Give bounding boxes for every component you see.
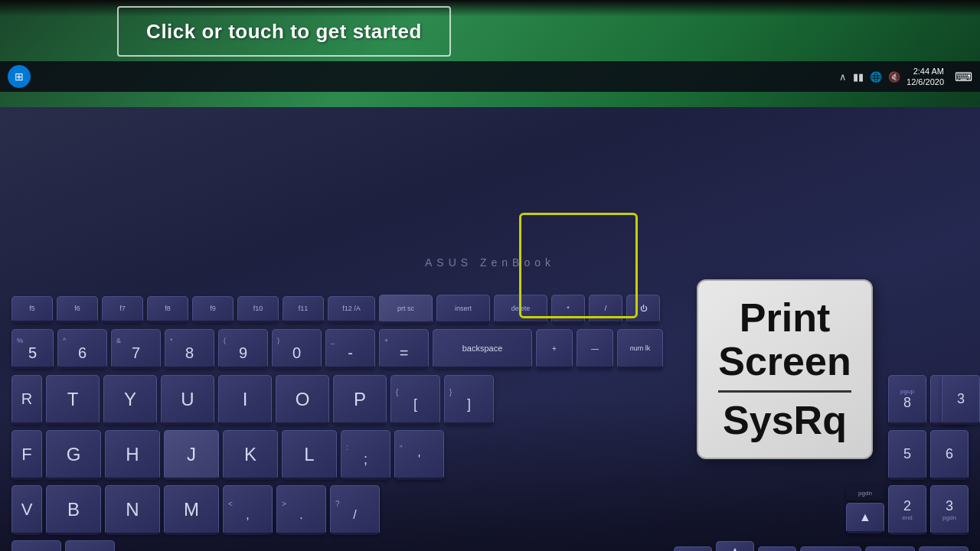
- key-k[interactable]: K: [223, 430, 278, 480]
- key-numpad-plus[interactable]: +: [536, 329, 573, 369]
- key-p[interactable]: P: [333, 375, 387, 425]
- key-percent[interactable]: % 5: [11, 329, 54, 369]
- gt-top: >: [277, 497, 286, 508]
- key-g[interactable]: G: [46, 430, 101, 480]
- key-delete-numpad[interactable]: delete: [919, 546, 969, 552]
- key-n[interactable]: N: [105, 485, 160, 535]
- windows-icon: ⊞: [15, 70, 24, 83]
- key-o[interactable]: O: [276, 375, 329, 425]
- key-power[interactable]: ⏻: [626, 295, 660, 324]
- key-insert-numpad[interactable]: insert: [865, 546, 915, 552]
- f12-label: f12 /A: [342, 305, 361, 312]
- click-banner[interactable]: Click or touch to get started: [117, 6, 451, 57]
- star-top: *: [165, 334, 173, 344]
- key-numpad-6[interactable]: 6: [930, 430, 969, 480]
- key-f5[interactable]: f5: [11, 296, 53, 323]
- key-insert[interactable]: insert: [436, 295, 490, 324]
- lbracket-label: [: [413, 396, 417, 412]
- key-b[interactable]: B: [46, 485, 101, 535]
- start-button[interactable]: ⊞: [8, 65, 31, 88]
- m-label: M: [184, 499, 199, 520]
- key-slash[interactable]: /: [589, 295, 622, 324]
- partial3-label: 3: [957, 391, 965, 407]
- key-u[interactable]: U: [161, 375, 214, 425]
- key-backspace[interactable]: backspace: [433, 329, 532, 369]
- key-y[interactable]: Y: [103, 375, 157, 425]
- key-minus[interactable]: _ -: [325, 329, 375, 369]
- key-rbracket[interactable]: } ]: [444, 375, 494, 425]
- key-0[interactable]: ) 0: [272, 329, 322, 369]
- numpad5-label: 5: [903, 446, 911, 462]
- key-prtsc[interactable]: prt sc: [379, 295, 433, 324]
- l-label: L: [304, 444, 314, 465]
- key-fwdslash[interactable]: ? /: [330, 485, 380, 535]
- key-comma[interactable]: < ,: [223, 485, 273, 535]
- key-t[interactable]: T: [46, 375, 100, 425]
- key-f8[interactable]: f8: [147, 296, 188, 323]
- print-screen-tooltip: Print Screen SysRq: [697, 279, 873, 459]
- slash-label: /: [605, 305, 607, 312]
- numpad-3-partial[interactable]: 3: [942, 375, 980, 425]
- key-arrow-up[interactable]: ▲: [846, 503, 884, 533]
- key-numpad-2[interactable]: 2 end: [888, 485, 926, 535]
- f5-label: f5: [29, 305, 35, 312]
- insert-top-label: insert: [455, 305, 472, 312]
- key-v-partial[interactable]: V: [11, 485, 42, 535]
- key-h[interactable]: H: [105, 430, 160, 480]
- key-numpad-8[interactable]: pgup 8: [888, 375, 926, 425]
- key-9[interactable]: ( 9: [218, 329, 268, 369]
- key-7[interactable]: & 7: [111, 329, 161, 369]
- key-f6[interactable]: f6: [57, 296, 98, 323]
- key-numlk[interactable]: num lk: [617, 329, 663, 369]
- key-6-label: 6: [78, 344, 87, 362]
- caret-top: ^: [58, 334, 66, 344]
- key-i[interactable]: I: [218, 375, 272, 425]
- key-j[interactable]: J: [164, 430, 219, 480]
- key-numpad-0[interactable]: 0: [800, 546, 861, 552]
- key-ctrl-right[interactable]: ctrl: [65, 540, 115, 551]
- key-8[interactable]: * 8: [165, 329, 214, 369]
- key-delete[interactable]: delete: [494, 295, 547, 324]
- key-9-label: 9: [239, 344, 247, 362]
- key-arrow-right[interactable]: ▶: [758, 546, 796, 552]
- key-f7[interactable]: f7: [102, 296, 143, 323]
- key-l[interactable]: L: [282, 430, 337, 480]
- underscore-top: _: [326, 334, 335, 344]
- rbrace-top: }: [445, 386, 452, 396]
- key-lbracket[interactable]: { [: [390, 375, 440, 425]
- key-f[interactable]: F: [11, 430, 42, 480]
- key-equals[interactable]: + =: [379, 329, 429, 369]
- key-6[interactable]: ^ 6: [57, 329, 107, 369]
- key-f9[interactable]: f9: [192, 296, 234, 323]
- key-alt[interactable]: alt: [11, 540, 61, 551]
- arrow-up2-icon: ▲: [730, 545, 740, 552]
- zxcv-key-row: V B N M < , > . ? / pgdn: [0, 485, 980, 535]
- chevron-icon[interactable]: ∧: [839, 71, 847, 83]
- keyboard-switch-icon[interactable]: ⌨: [955, 70, 972, 84]
- key-f10[interactable]: f10: [237, 296, 279, 323]
- percent-top: %: [12, 334, 23, 344]
- key-m[interactable]: M: [164, 485, 219, 535]
- key-numpad-minus[interactable]: —: [577, 329, 613, 369]
- numpad3-label: 3: [946, 498, 953, 514]
- amp-top: &: [112, 334, 121, 344]
- key-arrow-left[interactable]: ◀: [674, 546, 712, 552]
- key-numpad-3[interactable]: 3 pgdn: [930, 485, 969, 535]
- key-arrow-up2[interactable]: ▲: [716, 541, 754, 551]
- click-banner-text: Click or touch to get started: [146, 20, 422, 44]
- key-period[interactable]: > .: [276, 485, 326, 535]
- key-f11[interactable]: f11: [283, 296, 324, 323]
- key-r[interactable]: R: [11, 375, 42, 425]
- f-label: F: [21, 445, 31, 465]
- dquote-top: ": [395, 442, 403, 453]
- i-label: I: [243, 389, 248, 410]
- key-asterisk[interactable]: *: [551, 295, 585, 324]
- backspace-label: backspace: [462, 344, 503, 353]
- clock-date: 12/6/2020: [906, 77, 944, 87]
- numpad2-label: 2: [903, 498, 911, 514]
- pgdn-text: pgdn: [858, 490, 872, 497]
- key-f12[interactable]: f12 /A: [328, 296, 375, 323]
- key-semicolon[interactable]: : ;: [341, 430, 390, 480]
- key-numpad-5[interactable]: 5: [888, 430, 926, 480]
- key-quote[interactable]: " ': [394, 430, 444, 480]
